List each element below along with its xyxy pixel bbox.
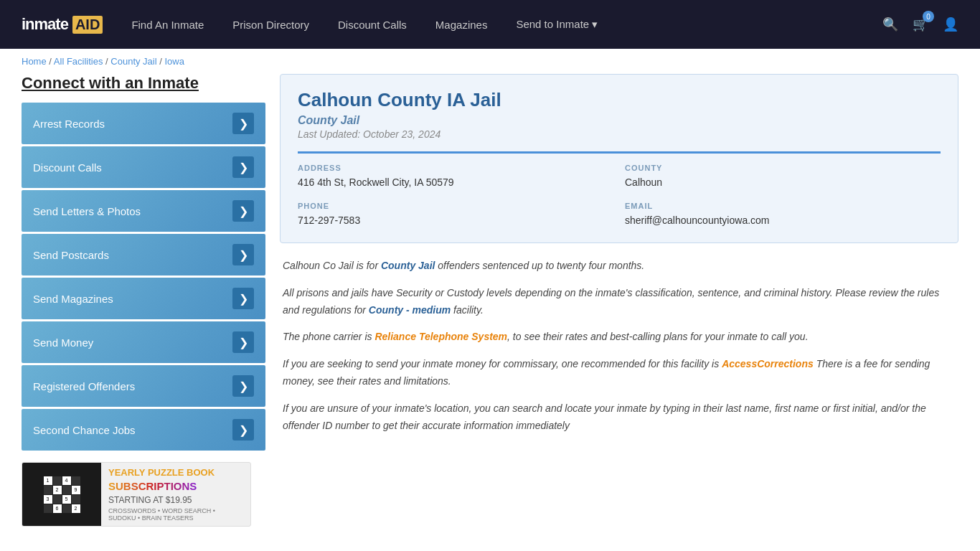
nav-magazines[interactable]: Magazines <box>435 19 488 31</box>
desc-para-1: Calhoun Co Jail is for County Jail offen… <box>283 258 956 275</box>
desc-link-county-jail[interactable]: County Jail <box>381 260 435 271</box>
county-label: COUNTY <box>625 164 941 172</box>
sidebar-item-label: Send Postcards <box>33 249 109 261</box>
logo-aid: AID <box>72 16 103 34</box>
desc-link-accesscorrections[interactable]: AccessCorrections <box>722 358 814 369</box>
sidebar-arrow-icon: ❯ <box>232 200 254 222</box>
desc-para3-after: , to see their rates and best-calling pl… <box>507 331 808 342</box>
nav-send-to-inmate[interactable]: Send to Inmate ▾ <box>516 18 598 31</box>
desc-para1-after: offenders sentenced up to twenty four mo… <box>435 260 644 271</box>
ad-yearly: YEARLY PUZZLE BOOK <box>108 467 215 478</box>
main-container: Connect with an Inmate Arrest Records ❯ … <box>0 74 980 548</box>
sidebar-arrow-icon: ❯ <box>232 331 254 353</box>
nav-discount-calls[interactable]: Discount Calls <box>338 19 407 31</box>
desc-link-reliance[interactable]: Reliance Telephone System <box>374 331 507 342</box>
sidebar-item-send-postcards[interactable]: Send Postcards ❯ <box>22 234 265 276</box>
sidebar-arrow-icon: ❯ <box>232 244 254 265</box>
breadcrumb-home[interactable]: Home <box>22 56 47 67</box>
sidebar-arrow-icon: ❯ <box>232 113 254 134</box>
sidebar-menu: Arrest Records ❯ Discount Calls ❯ Send L… <box>22 103 265 451</box>
facility-info-grid: ADDRESS 416 4th St, Rockwell City, IA 50… <box>298 151 941 228</box>
sidebar-arrow-icon: ❯ <box>232 156 254 178</box>
sidebar-item-label: Send Money <box>33 336 93 349</box>
user-icon[interactable]: 👤 <box>943 17 958 32</box>
phone-value: 712-297-7583 <box>298 213 613 228</box>
info-email: EMAIL sheriff@calhouncountyiowa.com <box>625 202 941 228</box>
facility-description: Calhoun Co Jail is for County Jail offen… <box>280 258 958 434</box>
sidebar-item-discount-calls[interactable]: Discount Calls ❯ <box>22 146 265 188</box>
ad-types: CROSSWORDS • WORD SEARCH • SUDOKU • BRAI… <box>108 507 243 522</box>
email-label: EMAIL <box>625 202 941 210</box>
cart-icon[interactable]: 🛒 0 <box>913 17 928 32</box>
desc-para1-before: Calhoun Co Jail is for <box>283 260 381 271</box>
sidebar-item-send-magazines[interactable]: Send Magazines ❯ <box>22 278 265 319</box>
breadcrumb: Home / All Facilities / County Jail / Io… <box>0 49 980 74</box>
sidebar-item-label: Discount Calls <box>33 161 102 174</box>
sidebar-item-send-money[interactable]: Send Money ❯ <box>22 321 265 363</box>
desc-link-county-medium[interactable]: County - medium <box>369 304 451 316</box>
address-value: 416 4th St, Rockwell City, IA 50579 <box>298 175 613 190</box>
breadcrumb-all-facilities[interactable]: All Facilities <box>54 56 103 67</box>
main-content: Calhoun County IA Jail County Jail Last … <box>280 74 958 527</box>
ad-subscriptions: SUBSCRIPTIONS <box>108 480 197 492</box>
sidebar-item-label: Send Letters & Photos <box>33 205 141 217</box>
sidebar-item-label: Second Chance Jobs <box>33 424 136 436</box>
sidebar-item-label: Send Magazines <box>33 293 113 305</box>
desc-para3-before: The phone carrier is <box>283 331 374 342</box>
desc-para-3: The phone carrier is Reliance Telephone … <box>283 329 956 346</box>
main-nav: Find An Inmate Prison Directory Discount… <box>131 18 854 31</box>
sidebar-item-label: Arrest Records <box>33 118 105 130</box>
desc-para-5: If you are unsure of your inmate's locat… <box>283 400 956 435</box>
desc-para-2: All prisons and jails have Security or C… <box>283 285 956 319</box>
facility-type: County Jail <box>298 114 941 127</box>
ad-image: 14 29 35 62 <box>22 462 101 527</box>
sidebar-item-send-letters[interactable]: Send Letters & Photos ❯ <box>22 190 265 232</box>
header-icons: 🔍 🛒 0 👤 <box>882 17 958 32</box>
breadcrumb-county-jail[interactable]: County Jail <box>110 56 156 67</box>
facility-updated: Last Updated: October 23, 2024 <box>298 128 941 140</box>
nav-find-inmate[interactable]: Find An Inmate <box>131 19 204 31</box>
site-logo[interactable]: inmate AID <box>22 15 103 34</box>
sidebar-item-arrest-records[interactable]: Arrest Records ❯ <box>22 103 265 144</box>
sidebar-item-registered-offenders[interactable]: Registered Offenders ❯ <box>22 365 265 407</box>
breadcrumb-state[interactable]: Iowa <box>164 56 184 67</box>
sidebar-item-label: Registered Offenders <box>33 380 135 392</box>
sidebar-item-second-chance-jobs[interactable]: Second Chance Jobs ❯ <box>22 409 265 451</box>
info-phone: PHONE 712-297-7583 <box>298 202 613 228</box>
sidebar-title: Connect with an Inmate <box>22 74 265 93</box>
facility-card: Calhoun County IA Jail County Jail Last … <box>280 74 958 243</box>
info-address: ADDRESS 416 4th St, Rockwell City, IA 50… <box>298 164 613 190</box>
sidebar-arrow-icon: ❯ <box>232 375 254 397</box>
desc-para4-before: If you are seeking to send your inmate m… <box>283 358 722 369</box>
search-icon[interactable]: 🔍 <box>882 17 898 32</box>
ad-price: STARTING AT $19.95 <box>108 495 243 505</box>
sidebar: Connect with an Inmate Arrest Records ❯ … <box>22 74 265 527</box>
desc-para-4: If you are seeking to send your inmate m… <box>283 356 956 390</box>
info-county: COUNTY Calhoun <box>625 164 941 190</box>
county-value: Calhoun <box>625 175 941 190</box>
sidebar-arrow-icon: ❯ <box>232 288 254 309</box>
ad-title: YEARLY PUZZLE BOOK SUBSCRIPTIONS <box>108 467 243 494</box>
logo-text: inmate <box>22 15 68 34</box>
facility-name: Calhoun County IA Jail <box>298 89 941 111</box>
ad-banner[interactable]: 14 29 35 62 YEARLY PUZZLE BOOK SUBSCRIPT… <box>22 462 251 527</box>
ad-content: YEARLY PUZZLE BOOK SUBSCRIPTIONS STARTIN… <box>101 462 250 527</box>
cart-badge: 0 <box>923 11 934 22</box>
phone-label: PHONE <box>298 202 613 210</box>
nav-prison-directory[interactable]: Prison Directory <box>232 19 309 31</box>
address-label: ADDRESS <box>298 164 613 172</box>
puzzle-grid-icon: 14 29 35 62 <box>44 476 80 513</box>
email-value: sheriff@calhouncountyiowa.com <box>625 213 941 228</box>
sidebar-arrow-icon: ❯ <box>232 419 254 441</box>
desc-para2-after: facility. <box>451 304 484 316</box>
